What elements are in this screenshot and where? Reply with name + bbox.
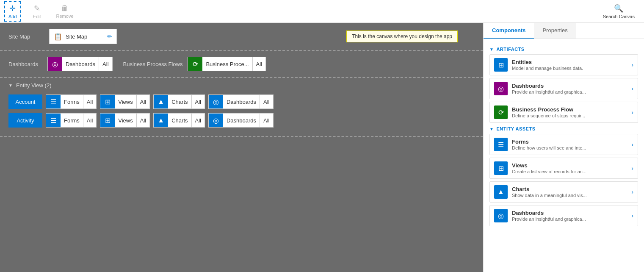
remove-icon: 🗑	[61, 4, 69, 13]
comp-entities[interactable]: ⊞ Entities Model and manage business dat…	[489, 54, 638, 75]
activity-dashboards-label: Dashboards	[223, 117, 260, 124]
sitemap-row: Site Map 📋 Site Map ✏ This is the canvas…	[8, 29, 475, 44]
sitemap-box[interactable]: 📋 Site Map ✏	[49, 29, 117, 44]
charts-desc: Show data in a meaningful and vis...	[512, 193, 627, 198]
search-canvas-button[interactable]: 🔍 Search Canvas	[598, 2, 640, 21]
artifact-dashboards-text: Dashboards Provide an insightful and gra…	[512, 83, 627, 94]
activity-charts-chip[interactable]: ▲ Charts All	[153, 113, 205, 128]
dashboards-section: Dashboards ◎ Dashboards All Business Pro…	[0, 51, 483, 78]
account-forms-chip[interactable]: ☰ Forms All	[46, 94, 97, 109]
comp-bpf[interactable]: ⟳ Business Process Flow Define a sequenc…	[489, 102, 638, 123]
add-label: Add	[8, 14, 17, 19]
comp-forms[interactable]: ☰ Forms Define how users will see and in…	[489, 134, 638, 155]
forms-icon: ☰	[46, 94, 61, 109]
collapse-arrow-icon: ▼	[8, 83, 13, 88]
entity-row-activity: Activity ☰ Forms All ⊞ Views All ▲ Chart…	[8, 113, 475, 128]
artifacts-header-label: ARTIFACTS	[496, 47, 524, 52]
entities-icon: ⊞	[494, 58, 508, 72]
search-canvas-label: Search Canvas	[603, 14, 635, 19]
dashboards-label: Dashboards	[8, 61, 42, 67]
artifact-dashboards-title: Dashboards	[512, 83, 627, 89]
panel-tabs: Components Properties	[484, 23, 644, 39]
account-charts-label: Charts	[168, 99, 191, 105]
bpf-desc: Define a sequence of steps requir...	[512, 113, 627, 118]
add-button[interactable]: ✛ Add	[4, 1, 21, 22]
account-dashboards-chip[interactable]: ◎ Dashboards All	[208, 94, 274, 109]
comp-charts[interactable]: ▲ Charts Show data in a meaningful and v…	[489, 181, 638, 203]
remove-label: Remove	[56, 14, 74, 19]
account-views-all[interactable]: All	[136, 95, 149, 108]
forms-desc: Define how users will see and inte...	[512, 145, 627, 150]
sitemap-icon: 📋	[54, 33, 62, 41]
entities-text: Entities Model and manage business data.	[512, 59, 627, 71]
dashboards-chip[interactable]: ◎ Dashboards All	[47, 57, 113, 71]
activity-charts-icon: ▲	[154, 113, 168, 128]
forms-title: Forms	[512, 139, 627, 145]
dashboards-assets-desc: Provide an insightful and graphica...	[512, 216, 627, 222]
activity-views-all[interactable]: All	[136, 114, 149, 127]
bpf-chip-all[interactable]: All	[252, 57, 265, 71]
comp-dashboards-assets[interactable]: ◎ Dashboards Provide an insightful and g…	[489, 205, 638, 226]
views-title: Views	[512, 162, 627, 169]
edit-button[interactable]: ✎ Edit	[30, 2, 44, 21]
bpf-chip-text: Business Proce...	[202, 61, 252, 67]
activity-forms-chip[interactable]: ☰ Forms All	[46, 113, 97, 128]
activity-views-icon: ⊞	[100, 113, 115, 128]
activity-forms-icon: ☰	[46, 113, 61, 128]
dashboards-row: Dashboards ◎ Dashboards All Business Pro…	[8, 57, 475, 71]
charts-icon: ▲	[154, 94, 168, 109]
views-comp-icon: ⊞	[494, 161, 508, 175]
entity-view-header[interactable]: ▼ Entity View (2)	[8, 82, 475, 89]
sitemap-section: Site Map 📋 Site Map ✏ This is the canvas…	[0, 23, 483, 51]
charts-arrow-icon: ›	[631, 189, 633, 195]
sitemap-box-label: Site Map	[66, 33, 104, 40]
account-forms-all[interactable]: All	[83, 95, 96, 108]
activity-entity-button[interactable]: Activity	[8, 113, 42, 128]
views-desc: Create a list view of records for an...	[512, 169, 627, 174]
remove-button[interactable]: 🗑 Remove	[53, 2, 77, 20]
dashboards-chip-all[interactable]: All	[99, 57, 112, 71]
activity-forms-all[interactable]: All	[83, 114, 96, 127]
artifact-dashboards-arrow-icon: ›	[631, 85, 633, 92]
entity-row-account: Account ☰ Forms All ⊞ Views All ▲ Charts…	[8, 94, 475, 109]
account-forms-label: Forms	[61, 99, 83, 105]
account-charts-all[interactable]: All	[191, 95, 205, 108]
activity-forms-label: Forms	[61, 117, 83, 124]
account-entity-button[interactable]: Account	[8, 94, 42, 109]
bpf-text: Business Process Flow Define a sequence …	[512, 106, 627, 118]
entity-view-label: Entity View (2)	[16, 82, 52, 89]
activity-charts-label: Charts	[168, 117, 191, 124]
entities-arrow-icon: ›	[631, 61, 633, 68]
toolbar: ✛ Add ✎ Edit 🗑 Remove 🔍 Search Canvas	[0, 0, 644, 23]
dashboards-assets-title: Dashboards	[512, 210, 627, 216]
main-area: Site Map 📋 Site Map ✏ This is the canvas…	[0, 23, 644, 272]
activity-charts-all[interactable]: All	[191, 114, 205, 127]
tab-properties[interactable]: Properties	[534, 23, 576, 39]
views-icon: ⊞	[100, 94, 115, 109]
activity-views-label: Views	[115, 117, 136, 124]
bpf-arrow-icon: ›	[631, 109, 633, 116]
forms-arrow-icon: ›	[631, 141, 633, 148]
canvas: Site Map 📋 Site Map ✏ This is the canvas…	[0, 23, 483, 272]
sitemap-label: Site Map	[8, 33, 42, 40]
forms-text: Forms Define how users will see and inte…	[512, 139, 627, 150]
sitemap-edit-icon[interactable]: ✏	[107, 33, 112, 40]
account-dash-icon: ◎	[209, 94, 223, 109]
charts-text: Charts Show data in a meaningful and vis…	[512, 186, 627, 198]
forms-comp-icon: ☰	[494, 138, 508, 151]
tab-components[interactable]: Components	[484, 23, 534, 39]
account-charts-chip[interactable]: ▲ Charts All	[153, 94, 205, 109]
activity-views-chip[interactable]: ⊞ Views All	[100, 113, 150, 128]
comp-views[interactable]: ⊞ Views Create a list view of records fo…	[489, 158, 638, 179]
activity-dashboards-all[interactable]: All	[260, 114, 273, 127]
divider	[118, 57, 118, 71]
bpf-chip[interactable]: ⟳ Business Proce... All	[188, 57, 266, 71]
account-dashboards-all[interactable]: All	[260, 95, 273, 108]
comp-dashboards-artifacts[interactable]: ◎ Dashboards Provide an insightful and g…	[489, 78, 638, 99]
views-text: Views Create a list view of records for …	[512, 162, 627, 174]
charts-comp-icon: ▲	[494, 185, 508, 199]
activity-dashboards-chip[interactable]: ◎ Dashboards All	[208, 113, 274, 128]
activity-dash-icon: ◎	[209, 113, 223, 128]
account-views-chip[interactable]: ⊞ Views All	[100, 94, 150, 109]
panel-content: ▼ ARTIFACTS ⊞ Entities Model and manage …	[484, 39, 644, 272]
